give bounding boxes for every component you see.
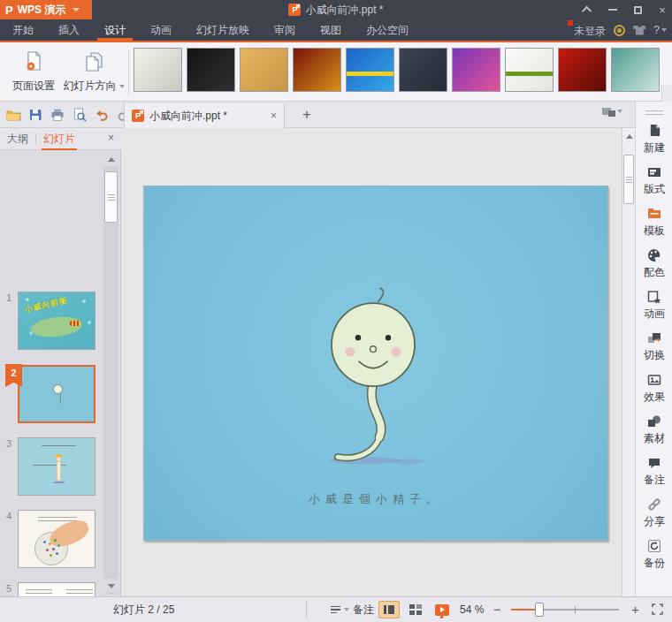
slide-sorter-button[interactable] [405, 601, 426, 618]
template-icon [647, 207, 661, 221]
menu-tab-6[interactable]: 审阅 [262, 19, 308, 41]
normal-view-button[interactable] [378, 601, 400, 618]
workspace-scrollbar[interactable] [622, 128, 635, 596]
panel-tabs: 大纲 幻灯片 × [0, 128, 121, 150]
zoom-slider[interactable] [511, 609, 619, 611]
sidebar-item-template[interactable]: 模板 [636, 201, 672, 243]
menu-tab-8[interactable]: 办公空间 [354, 19, 421, 41]
template-thumb-teal-photo[interactable] [611, 48, 660, 92]
print-preview-button[interactable] [72, 107, 88, 123]
template-thumb-white-green-band[interactable] [505, 48, 554, 92]
close-button[interactable]: × [656, 4, 668, 16]
slide-canvas[interactable]: 小威是個小精子。 [143, 186, 608, 541]
template-thumb-paper-pen-business[interactable] [134, 48, 182, 92]
sidebar-drag-handle[interactable] [645, 110, 663, 115]
sidebar-item-new[interactable]: 新建 [636, 118, 672, 160]
slide-thumbnail-1[interactable]: 小威向前衝 [18, 292, 95, 350]
notes-toggle[interactable]: 备注 [331, 597, 374, 622]
sidebar-item-layout[interactable]: 版式 [636, 160, 672, 201]
login-status[interactable]: 未登录 [574, 22, 606, 39]
sidebar-item-backup[interactable]: 备份 [636, 534, 672, 575]
wps-points-icon[interactable] [614, 25, 625, 36]
template-thumb-dark-red-gold-curves[interactable] [293, 48, 341, 92]
notes-icon [331, 606, 340, 614]
chevron-down-icon [661, 28, 667, 32]
print-button[interactable] [50, 107, 65, 123]
zoom-slider-thumb[interactable] [535, 603, 544, 617]
wps-logo-label: WPS 演示 [18, 3, 66, 18]
menu-bar-right: 未登录 ? [574, 19, 667, 41]
help-button[interactable]: ? [653, 24, 667, 36]
scroll-down-button[interactable] [103, 579, 118, 593]
template-thumb-dark-slate[interactable] [399, 48, 447, 92]
slide-caption-textbox[interactable]: 小威是個小精子。 [144, 491, 607, 507]
menu-tab-2[interactable]: 插入 [46, 19, 92, 41]
thumb1-title: 小威向前衝 [23, 295, 69, 316]
task-pane-toggle[interactable] [602, 106, 622, 117]
slides-panel-scrollbar[interactable] [103, 152, 118, 595]
slide-thumbnail-3[interactable] [18, 437, 95, 496]
slide-thumbnail-2-selected[interactable] [18, 365, 95, 423]
fit-to-window-button[interactable] [652, 603, 663, 618]
scroll-up-button[interactable] [622, 130, 636, 142]
save-button[interactable] [27, 107, 43, 123]
normal-view-icon [384, 605, 394, 614]
close-tab-button[interactable]: × [271, 110, 277, 122]
ppt-file-icon: P [288, 4, 301, 16]
right-sidebar: 新建 版式 模板 配色 动画 [635, 102, 672, 596]
skin-theme-icon[interactable] [633, 26, 645, 35]
template-thumb-red-swirl[interactable] [558, 48, 607, 92]
close-panel-button[interactable]: × [108, 132, 114, 144]
scrollbar-thumb[interactable] [623, 155, 634, 204]
sidebar-item-share[interactable]: 分享 [636, 492, 672, 534]
wps-logo[interactable]: P WPS 演示 [0, 0, 92, 19]
slide-orientation-icon [82, 50, 105, 73]
open-file-button[interactable] [5, 107, 21, 123]
chevron-down-icon [119, 85, 125, 88]
menu-tab-1[interactable]: 开始 [0, 19, 46, 41]
selected-slide-badge: 2 [5, 364, 22, 387]
sidebar-item-material[interactable]: 素材 [636, 409, 672, 451]
zoom-out-button[interactable]: − [493, 597, 501, 622]
new-tab-button[interactable]: + [297, 105, 317, 125]
slideshow-icon [435, 604, 449, 616]
undo-button[interactable] [94, 107, 110, 123]
template-thumb-black-music-clef[interactable] [187, 48, 235, 92]
notes-icon [647, 456, 661, 470]
logo-dropdown-icon [73, 8, 80, 11]
scroll-up-button[interactable] [103, 152, 118, 166]
minimize-button[interactable] [607, 4, 619, 16]
save-icon [28, 108, 42, 122]
chevron-down-icon [344, 608, 349, 611]
notification-dot-icon [568, 20, 573, 26]
document-tab[interactable]: P 小威向前冲.ppt * × [124, 103, 285, 128]
sidebar-item-notes[interactable]: 备注 [636, 451, 672, 492]
template-thumb-blue-gradient-gold-line[interactable] [346, 48, 394, 92]
menu-tab-4[interactable]: 动画 [138, 19, 184, 41]
tab-outline[interactable]: 大纲 [7, 128, 28, 150]
share-link-icon [647, 497, 661, 512]
printer-icon [50, 108, 65, 122]
menu-tab-3[interactable]: 设计 [92, 19, 138, 41]
sidebar-item-animation[interactable]: 动画 [636, 284, 672, 326]
status-bar: 幻灯片 2 / 25 备注 54 % − + [0, 596, 672, 622]
zoom-in-button[interactable]: + [631, 597, 639, 622]
template-thumb-orange-texture[interactable] [240, 48, 288, 92]
scrollbar-thumb[interactable] [104, 171, 118, 223]
title-bar: P 小威向前冲.ppt * P WPS 演示 × [0, 0, 672, 19]
transition-icon [647, 331, 661, 345]
layout-icon [647, 165, 661, 179]
page-setup-button[interactable]: 页面设置 [7, 47, 60, 97]
sidebar-item-colors[interactable]: 配色 [636, 243, 672, 284]
menu-tab-7[interactable]: 视图 [308, 19, 354, 41]
maximize-button[interactable] [631, 4, 644, 16]
menu-tab-5[interactable]: 幻灯片放映 [184, 19, 262, 41]
tab-slides[interactable]: 幻灯片 [43, 128, 75, 150]
slide-orientation-button[interactable]: 幻灯片方向 [64, 47, 124, 97]
sidebar-item-effect[interactable]: 效果 [636, 368, 672, 409]
sidebar-item-transition[interactable]: 切换 [636, 326, 672, 368]
template-thumb-purple-sunset[interactable] [452, 48, 500, 92]
collapse-ribbon-button[interactable] [582, 4, 594, 16]
slide-thumbnail-4[interactable] [18, 510, 95, 568]
slideshow-button[interactable] [431, 601, 453, 618]
